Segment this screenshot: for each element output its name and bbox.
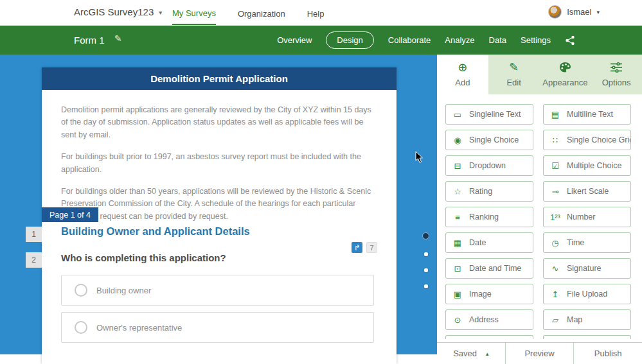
page-dot-2[interactable] [424, 252, 428, 256]
add-signature-button[interactable]: ∿ Signature [543, 258, 631, 279]
question-number-2[interactable]: 2 [26, 252, 42, 268]
form-preview-card: Demolition Permit Application Demolition… [42, 67, 397, 364]
option-label: Owner's representative [96, 323, 182, 333]
rename-pencil-icon[interactable]: ✎ [114, 33, 122, 44]
top-app-bar: ArcGIS Survey123▾ My Surveys Organizatio… [0, 0, 642, 26]
question-number-1[interactable]: 1 [26, 227, 42, 242]
palette-icon [559, 62, 571, 74]
add-date-and-time-button[interactable]: ⊡ Date and Time [445, 258, 533, 279]
calendar-icon: ▦ [452, 238, 463, 248]
add-time-button[interactable]: ◷ Time [543, 232, 631, 253]
user-menu[interactable]: Ismael ▾ [548, 5, 600, 19]
map-icon: ▱ [549, 315, 561, 325]
add-address-button[interactable]: ⊙ Address [445, 309, 533, 330]
user-name: Ismael [567, 7, 591, 17]
upload-icon: ↥ [549, 290, 561, 299]
likert-icon: ⊸ [549, 187, 561, 196]
circle-plus-icon: ⊕ [458, 62, 467, 74]
user-avatar [548, 5, 562, 19]
designer-side-panel: ⊕ Add ✎ Edit Appearance [437, 55, 642, 364]
form-menu: Overview Design Collaborate Analyze Data… [277, 26, 575, 55]
app-brand-menu[interactable]: ArcGIS Survey123▾ [74, 6, 162, 17]
page-dot-1-active[interactable] [422, 232, 429, 239]
radio-icon: ◉ [452, 135, 463, 145]
radio-icon[interactable] [75, 284, 87, 297]
question-title[interactable]: Who is completing this application? [61, 252, 226, 263]
clock-icon: ◷ [549, 238, 561, 248]
menu-settings[interactable]: Settings [521, 35, 551, 45]
form-note-text[interactable]: Demolition permit applications are gener… [42, 90, 397, 223]
add-date-button[interactable]: ▦ Date [445, 232, 533, 253]
menu-overview[interactable]: Overview [277, 35, 312, 45]
dropdown-icon: ⊟ [452, 161, 463, 171]
form-title: Form 1 [74, 35, 105, 46]
tab-add[interactable]: ⊕ Add [437, 55, 488, 94]
singleline-text-icon: ▭ [452, 110, 463, 119]
add-singleline-text-button[interactable]: ▭ Singleline Text [445, 104, 533, 125]
option-label: Building owner [96, 286, 151, 295]
preview-button[interactable]: Preview [505, 343, 574, 364]
add-dropdown-button[interactable]: ⊟ Dropdown [445, 155, 533, 176]
section-heading[interactable]: Building Owner and Applicant Details [61, 225, 250, 238]
radio-grid-icon: ∷ [549, 135, 561, 145]
add-rating-button[interactable]: ☆ Rating [445, 181, 533, 202]
page-dot-4[interactable] [424, 284, 428, 288]
question-type-palette: ▭ Singleline Text ▤ Multiline Text ◉ Sin… [437, 94, 642, 339]
add-file-upload-button[interactable]: ↥ File Upload [543, 284, 631, 304]
ranking-icon: ≡ [452, 212, 463, 222]
nav-my-surveys[interactable]: My Surveys [172, 1, 216, 25]
page-dot-3[interactable] [424, 268, 428, 272]
publish-button[interactable]: Publish [573, 343, 642, 364]
form-toolbar: Form 1 ✎ Overview Design Collaborate Ana… [0, 26, 642, 55]
branch-logic-icon[interactable]: ↱ [352, 242, 362, 253]
signature-icon: ∿ [549, 264, 561, 273]
nav-organization[interactable]: Organization [238, 2, 285, 24]
add-single-choice-button[interactable]: ◉ Single Choice [445, 130, 533, 150]
add-ranking-button[interactable]: ≡ Ranking [445, 207, 533, 227]
location-pin-icon: ⊙ [452, 315, 463, 325]
add-likert-scale-button[interactable]: ⊸ Likert Scale [543, 181, 631, 202]
partially-visible-button[interactable] [445, 335, 533, 339]
menu-data[interactable]: Data [489, 35, 506, 45]
mouse-cursor [415, 151, 424, 164]
caret-up-icon: ▴ [486, 351, 489, 357]
multiline-text-icon: ▤ [549, 110, 561, 119]
menu-design-active[interactable]: Design [326, 31, 373, 49]
sliders-icon [610, 62, 623, 74]
page-indicator-badge[interactable]: Page 1 of 4 [42, 207, 98, 222]
pencil-icon: ✎ [509, 62, 519, 74]
tab-edit[interactable]: ✎ Edit [488, 55, 540, 94]
note-paragraph: Demolition permit applications are gener… [61, 104, 377, 141]
note-paragraph: For buildings older than 50 years, appli… [61, 186, 377, 223]
nav-help[interactable]: Help [307, 2, 325, 24]
number-icon: 1²³ [549, 212, 561, 222]
menu-analyze[interactable]: Analyze [445, 35, 474, 45]
add-number-button[interactable]: 1²³ Number [543, 207, 631, 227]
design-canvas: 1 2 Demolition Permit Application Demoli… [0, 55, 437, 364]
app-brand-label: ArcGIS Survey123 [74, 6, 154, 17]
tab-options[interactable]: Options [591, 55, 642, 94]
saved-label: Saved [453, 349, 477, 358]
top-navigation: My Surveys Organization Help [172, 0, 324, 26]
branch-logic-row: ↱ 7 [352, 242, 377, 253]
add-map-button[interactable]: ▱ Map [543, 309, 631, 330]
add-multiline-text-button[interactable]: ▤ Multiline Text [543, 104, 631, 125]
tab-appearance[interactable]: Appearance [540, 55, 591, 94]
partially-visible-button[interactable] [543, 335, 631, 339]
radio-icon[interactable] [75, 321, 87, 334]
note-paragraph: For buildings built prior to 1997, an as… [61, 151, 377, 176]
panel-tabs: ⊕ Add ✎ Edit Appearance [437, 55, 642, 94]
add-multiple-choice-button[interactable]: ☑ Multiple Choice [543, 155, 631, 176]
image-icon: ▣ [452, 290, 463, 299]
caret-down-icon: ▾ [159, 9, 162, 16]
option-building-owner[interactable]: Building owner [61, 275, 374, 306]
add-single-choice-grid-button[interactable]: ∷ Single Choice Grid [543, 130, 631, 150]
calendar-clock-icon: ⊡ [452, 264, 463, 273]
star-icon: ☆ [452, 187, 463, 196]
option-owners-representative[interactable]: Owner's representative [61, 312, 374, 343]
menu-collaborate[interactable]: Collaborate [388, 35, 431, 45]
branch-count-badge[interactable]: 7 [366, 242, 377, 253]
share-icon[interactable] [565, 35, 575, 46]
add-image-button[interactable]: ▣ Image [445, 284, 533, 304]
saved-status-button[interactable]: Saved ▴ [437, 343, 505, 364]
